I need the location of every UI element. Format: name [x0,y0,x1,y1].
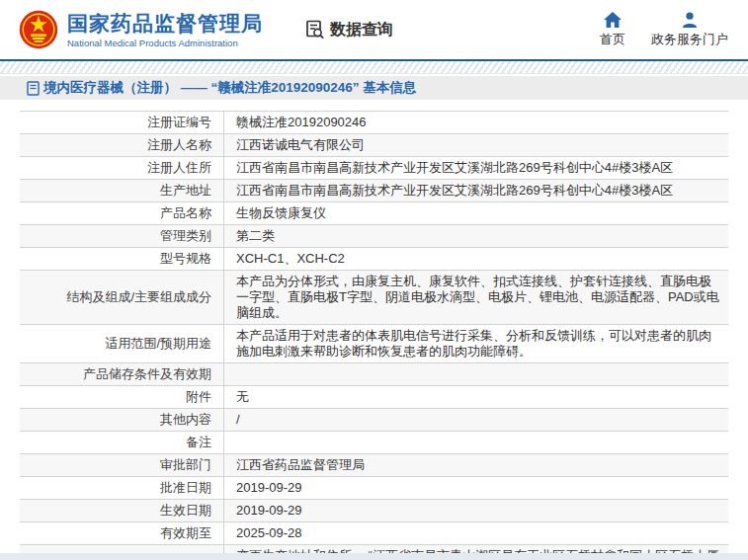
table-row: 适用范围/预期用途本产品适用于对患者的体表肌电信号进行采集、分析和反馈训练，可以… [20,325,728,363]
table-row: 注册证编号赣械注准20192090246 [20,112,728,134]
field-value: 江西省南昌市南昌高新技术产业开发区艾溪湖北路269号科创中心4#楼3楼A区 [224,180,728,201]
field-label-text: 审批部门 [160,457,211,473]
field-value [224,363,728,385]
field-label: 审批部门 [20,454,224,476]
field-value: 江西省南昌市南昌高新技术产业开发区艾溪湖北路269号科创中心4#楼3楼A区 [224,157,728,179]
page-title: 境内医疗器械（注册） —— “赣械注准20192090246” 基本信息 [43,79,416,97]
breadcrumb: 境内医疗器械（注册） —— “赣械注准20192090246” 基本信息 [0,76,748,100]
field-label-text: 适用范围/预期用途 [105,336,211,352]
nav-gov-portal[interactable]: 政务服务门户 [651,12,728,48]
table-row: 注册人住所江西省南昌市南昌高新技术产业开发区艾溪湖北路269号科创中心4#楼3楼… [20,157,728,180]
field-value: 生物反馈康复仪 [224,202,728,224]
registration-info-table: 注册证编号赣械注准20192090246注册人名称江西诺诚电气有限公司注册人住所… [20,111,728,560]
table-row: 其他内容/ [20,409,728,432]
field-label: 附件 [20,386,224,408]
field-value: / [224,409,728,431]
logo-text: 国家药品监督管理局 National Medical Products Admi… [67,12,263,48]
field-label-text: 注册人名称 [147,137,211,153]
field-label-text: 管理类别 [160,228,211,244]
site-title: 国家药品监督管理局 [67,12,263,36]
national-emblem-logo [18,9,59,50]
field-value: 赣械注准20192090246 [224,112,728,133]
field-value: 第二类 [224,225,728,247]
site-header: 国家药品监督管理局 National Medical Products Admi… [0,0,748,61]
field-value: 江西省药品监督管理局 [224,454,728,476]
field-label: 产品名称 [20,202,224,224]
field-label: 适用范围/预期用途 [20,325,224,362]
table-row: 注册人名称江西诺诚电气有限公司 [20,134,728,157]
field-label-text: 型号规格 [160,251,211,267]
field-label: 注册人名称 [20,134,224,156]
table-row: 结构及组成/主要组成成分本产品为分体形式，由康复主机、康复软件、扣式连接线、护套… [20,271,728,325]
table-row: 备注 [20,432,728,454]
field-label: 批准日期 [20,477,224,499]
field-label-text: 其他内容 [160,412,211,428]
field-label-text: 有效期至 [160,525,211,541]
field-value: 江西诺诚电气有限公司 [224,134,728,156]
footer-strip [0,553,748,560]
decorative-stripe-band [0,61,748,74]
field-value: 本产品为分体形式，由康复主机、康复软件、扣式连接线、护套针连接线、直肠电极一字型… [224,271,728,324]
table-row: 附件无 [20,386,728,409]
home-icon [604,12,622,28]
field-value: 无 [224,386,728,408]
field-label: 型号规格 [20,248,224,270]
table-row: 生效日期2019-09-29 [20,500,728,522]
field-label: 注册人住所 [20,157,224,179]
table-row: 产品储存条件及有效期 [20,363,728,386]
field-label: 其他内容 [20,409,224,431]
table-row: 管理类别第二类 [20,225,728,248]
field-label-text: 产品名称 [160,205,211,221]
field-label: 有效期至 [20,522,224,544]
field-label: 管理类别 [20,225,224,247]
field-label-text: 附件 [186,389,211,405]
field-value [224,432,728,453]
field-value: 2019-09-29 [224,477,728,499]
document-icon [27,81,40,96]
table-row: 产品名称生物反馈康复仪 [20,202,728,225]
data-query-tab[interactable]: 数据查询 [304,19,393,40]
field-label-text: 生效日期 [160,503,211,519]
user-icon [682,12,698,28]
site-subtitle: National Medical Products Administration [67,38,263,48]
field-label: 生产地址 [20,180,224,201]
field-label-text: 批准日期 [160,480,211,496]
field-label: 生效日期 [20,500,224,521]
header-nav: 首页 政务服务门户 [600,12,734,48]
field-label: 结构及组成/主要组成成分 [20,271,224,324]
table-row: 型号规格XCH-C1、XCH-C2 [20,248,728,271]
field-label: 注册证编号 [20,112,224,133]
field-value: XCH-C1、XCH-C2 [224,248,728,270]
field-value: 2019-09-29 [224,500,728,521]
field-value: 本产品适用于对患者的体表肌电信号进行采集、分析和反馈训练，可以对患者的肌肉施加电… [224,325,728,362]
data-query-icon [304,19,326,40]
field-label-text: 产品储存条件及有效期 [83,366,211,382]
field-label-text: 注册人住所 [147,160,211,176]
field-label-text: 生产地址 [160,183,211,199]
table-row: 生产地址江西省南昌市南昌高新技术产业开发区艾溪湖北路269号科创中心4#楼3楼A… [20,180,728,202]
data-query-label: 数据查询 [330,20,393,40]
nav-home-label: 首页 [600,31,625,48]
nav-gov-portal-label: 政务服务门户 [651,31,728,48]
nav-home[interactable]: 首页 [600,12,625,48]
field-label-text: 注册证编号 [147,115,211,130]
field-label-text: 备注 [186,435,211,450]
table-row: 审批部门江西省药品监督管理局 [20,454,728,477]
table-row: 批准日期2019-09-29 [20,477,728,500]
field-label: 备注 [20,432,224,453]
field-value: 2025-09-28 [224,522,728,544]
field-label: 产品储存条件及有效期 [20,363,224,385]
field-label-text: 结构及组成/主要组成成分 [66,289,211,305]
table-row: 有效期至2025-09-28 [20,522,728,545]
